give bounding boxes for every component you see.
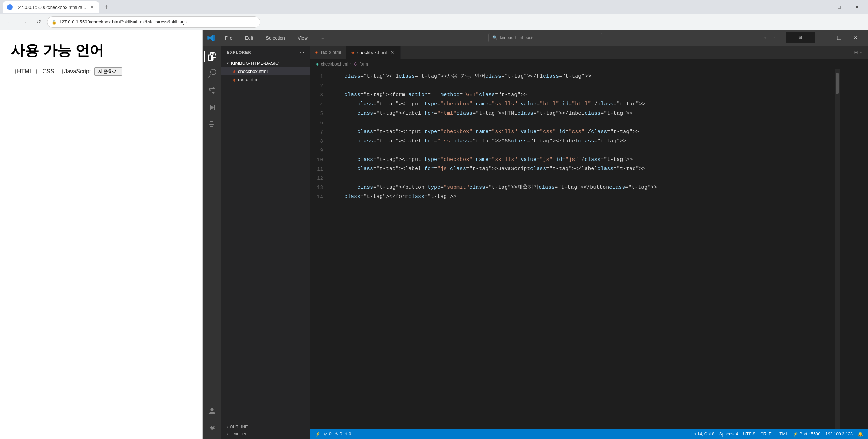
menu-more[interactable]: ···: [318, 34, 327, 42]
nav-back-icon[interactable]: ←: [763, 35, 769, 41]
activity-account-icon[interactable]: [204, 403, 220, 419]
activity-search-icon[interactable]: [204, 66, 220, 81]
more-actions-icon[interactable]: ···: [859, 49, 864, 55]
sidebar-file-checkbox[interactable]: ◈ checkbox.html: [221, 67, 310, 75]
sync-icon: ⚡: [315, 432, 321, 437]
activity-source-control-icon[interactable]: [204, 83, 220, 98]
back-button[interactable]: ←: [4, 16, 16, 28]
menu-file[interactable]: File: [222, 34, 235, 42]
breadcrumb-symbol[interactable]: form: [360, 62, 368, 67]
close-button[interactable]: ✕: [849, 2, 865, 12]
scroll-thumb[interactable]: [836, 73, 839, 94]
browser-pane: 사용 가능 언어 HTML CSS JavaScript 제출하기: [0, 30, 203, 439]
vscode-minimize-button[interactable]: ─: [815, 32, 831, 43]
tab-checkbox[interactable]: ◈ checkbox.html ✕: [346, 46, 401, 59]
vscode-titlebar: File Edit Selection View ··· 🔍 kimbug-ht…: [203, 30, 868, 46]
sidebar-bottom: › OUTLINE › TIMELINE: [221, 422, 310, 439]
address-bar[interactable]: 🔒 127.0.0.1:5500/checkbox.html?skills=ht…: [47, 16, 260, 28]
line-content[interactable]: [330, 81, 835, 90]
statusbar-language-item[interactable]: HTML: [777, 432, 788, 437]
timeline-section[interactable]: › TIMELINE: [221, 430, 310, 438]
line-content[interactable]: class="t-tag"><label for="js"class="t-ta…: [330, 164, 835, 174]
statusbar-position-item[interactable]: Ln 14, Col 8: [691, 432, 714, 437]
statusbar-info-item[interactable]: ℹ 0: [345, 432, 351, 437]
preview-title: 사용 가능 언어: [11, 41, 192, 60]
line-content[interactable]: class="t-tag"><label for="css"class="t-t…: [330, 137, 835, 146]
browser-preview: 사용 가능 언어 HTML CSS JavaScript 제출하기: [0, 30, 202, 439]
line-content[interactable]: class="t-tag"></formclass="t-tag">>: [330, 192, 835, 202]
minimize-button[interactable]: ─: [813, 2, 830, 12]
breadcrumb-symbol-icon: ⬡: [354, 62, 358, 66]
tab-close-button[interactable]: ✕: [89, 4, 95, 10]
statusbar-line-ending-item[interactable]: CRLF: [760, 432, 771, 437]
vscode-search-container: 🔍 kimbug-html-basic: [334, 33, 756, 42]
new-tab-button[interactable]: +: [102, 2, 112, 12]
line-content[interactable]: [330, 146, 835, 155]
menu-edit[interactable]: Edit: [242, 34, 256, 42]
vscode-split-icon[interactable]: ⊟: [786, 32, 815, 43]
activity-run-icon[interactable]: [204, 100, 220, 115]
nav-forward-icon[interactable]: →: [771, 35, 776, 41]
line-content[interactable]: [330, 118, 835, 127]
split-editor-icon[interactable]: ⊟: [854, 49, 858, 55]
menu-selection[interactable]: Selection: [263, 34, 287, 42]
file-html-icon: ◈: [233, 69, 236, 74]
tab-checkbox-close-button[interactable]: ✕: [390, 49, 395, 55]
vscode-nav-controls: ← →: [763, 35, 776, 41]
line-content[interactable]: class="t-tag"><h1class="t-tag">>사용 가능 언어…: [330, 72, 835, 81]
line-content[interactable]: class="t-tag"><input type="checkbox" nam…: [330, 155, 835, 164]
checkbox-css-label: CSS: [43, 68, 54, 75]
checkbox-css[interactable]: [36, 69, 41, 74]
line-content[interactable]: class="t-tag"><form action="" method="GE…: [330, 90, 835, 100]
activity-bar: [203, 46, 221, 439]
line-content[interactable]: class="t-tag"><label for="html"class="t-…: [330, 109, 835, 118]
chrome-tab-active[interactable]: 127.0.0.1:5500/checkbox.html?s... ✕: [3, 1, 99, 13]
line-content[interactable]: [330, 174, 835, 183]
vscode-search-bar[interactable]: 🔍 kimbug-html-basic: [488, 33, 602, 42]
vscode-logo-icon: [207, 34, 215, 42]
line-content[interactable]: class="t-tag"><input type="checkbox" nam…: [330, 127, 835, 137]
sidebar-folder-label: KIMBUG-HTML-BASIC: [231, 61, 279, 66]
search-text: kimbug-html-basic: [500, 35, 534, 40]
vscode-close-button[interactable]: ✕: [847, 32, 864, 43]
file-html2-icon: ◈: [233, 77, 236, 82]
checkbox-html[interactable]: [11, 69, 16, 74]
statusbar-port-item[interactable]: ⚡ Port : 5500: [793, 432, 820, 437]
line-content[interactable]: class="t-tag"><button type="submit"class…: [330, 183, 835, 192]
submit-button[interactable]: 제출하기: [94, 67, 122, 76]
line-number: 6: [310, 118, 330, 127]
maximize-button[interactable]: □: [831, 2, 847, 12]
reload-button[interactable]: ↺: [33, 16, 44, 28]
activity-explorer-icon[interactable]: [204, 48, 220, 64]
tab-radio[interactable]: ◈ radio.html: [310, 46, 346, 59]
line-content[interactable]: class="t-tag"><input type="checkbox" nam…: [330, 100, 835, 109]
statusbar-ip-item[interactable]: 192.100.2.128: [825, 432, 853, 437]
spaces-text: Spaces: 4: [719, 432, 738, 437]
line-number: 8: [310, 137, 330, 146]
sidebar-file-radio[interactable]: ◈ radio.html: [221, 75, 310, 84]
forward-button[interactable]: →: [18, 16, 30, 28]
sidebar-folder-item[interactable]: ▾ KIMBUG-HTML-BASIC: [221, 59, 310, 67]
sidebar-more-button[interactable]: ···: [300, 49, 305, 56]
statusbar-encoding-item[interactable]: UTF-8: [743, 432, 755, 437]
activity-settings-icon[interactable]: [204, 420, 220, 436]
breadcrumb-file[interactable]: checkbox.html: [321, 62, 348, 67]
checkbox-js-label: JavaScript: [64, 68, 91, 75]
statusbar-bell-item[interactable]: 🔔: [858, 432, 863, 437]
statusbar-errors-item[interactable]: ⊘ 0 ⚠ 0: [324, 432, 342, 437]
activity-extensions-icon[interactable]: [204, 117, 220, 132]
vscode-window-controls: ⊟ ─ ❐ ✕: [786, 32, 864, 43]
address-text: 127.0.0.1:5500/checkbox.html?skills=html…: [59, 19, 187, 25]
editor-scrollbar[interactable]: [835, 69, 840, 429]
editor-tabs: ◈ radio.html ◈ checkbox.html ✕ ⊟ ···: [310, 46, 868, 59]
statusbar-spaces-item[interactable]: Spaces: 4: [719, 432, 738, 437]
menu-view[interactable]: View: [295, 34, 311, 42]
checkbox-js[interactable]: [58, 69, 63, 74]
position-text: Ln 14, Col 8: [691, 432, 714, 437]
error-icon: ⊘: [324, 432, 328, 437]
line-number: 1: [310, 72, 330, 81]
outline-section[interactable]: › OUTLINE: [221, 423, 310, 430]
statusbar-sync-item[interactable]: ⚡: [315, 432, 321, 437]
code-editor[interactable]: 1 class="t-tag"><h1class="t-tag">>사용 가능 …: [310, 69, 835, 429]
vscode-restore-button[interactable]: ❐: [831, 32, 847, 43]
